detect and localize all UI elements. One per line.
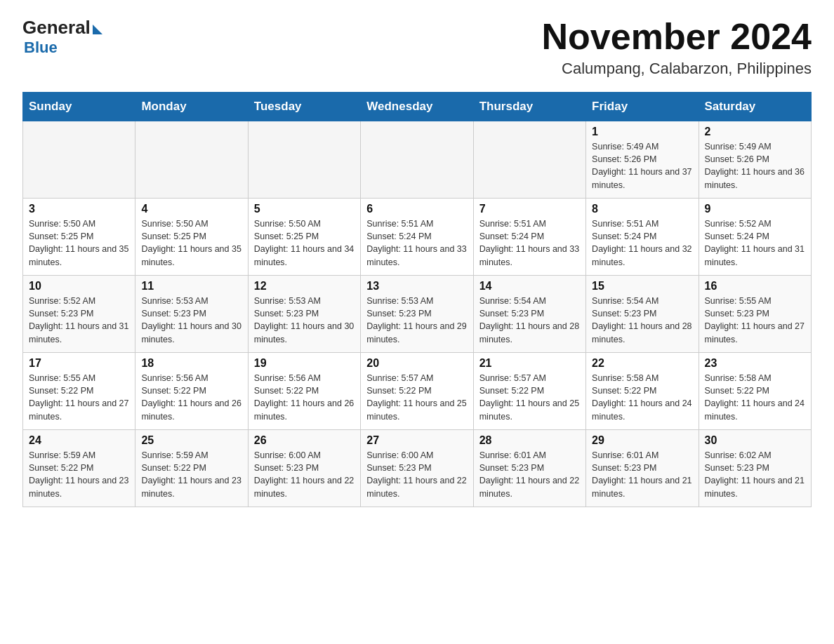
calendar-cell: 11Sunrise: 5:53 AMSunset: 5:23 PMDayligh… (135, 276, 248, 353)
day-info: Sunrise: 5:59 AMSunset: 5:22 PMDaylight:… (29, 449, 129, 500)
calendar-cell: 30Sunrise: 6:02 AMSunset: 5:23 PMDayligh… (699, 430, 811, 507)
day-number: 28 (479, 434, 580, 447)
calendar-cell: 14Sunrise: 5:54 AMSunset: 5:23 PMDayligh… (473, 276, 585, 353)
calendar-cell (361, 121, 473, 199)
day-number: 8 (592, 203, 692, 215)
day-info: Sunrise: 6:02 AMSunset: 5:23 PMDaylight:… (705, 449, 805, 500)
day-info: Sunrise: 5:51 AMSunset: 5:24 PMDaylight:… (479, 217, 580, 269)
day-number: 7 (479, 203, 580, 215)
calendar-cell: 15Sunrise: 5:54 AMSunset: 5:23 PMDayligh… (586, 276, 699, 353)
calendar-cell: 28Sunrise: 6:01 AMSunset: 5:23 PMDayligh… (473, 430, 585, 507)
calendar-cell: 22Sunrise: 5:58 AMSunset: 5:22 PMDayligh… (586, 353, 699, 430)
day-info: Sunrise: 5:58 AMSunset: 5:22 PMDaylight:… (705, 372, 805, 423)
calendar-cell: 5Sunrise: 5:50 AMSunset: 5:25 PMDaylight… (248, 199, 360, 276)
day-number: 4 (141, 203, 241, 215)
calendar-week-row: 1Sunrise: 5:49 AMSunset: 5:26 PMDaylight… (23, 121, 812, 199)
calendar-week-row: 3Sunrise: 5:50 AMSunset: 5:25 PMDaylight… (23, 199, 812, 276)
location-title: Calumpang, Calabarzon, Philippines (542, 60, 812, 78)
calendar-cell: 16Sunrise: 5:55 AMSunset: 5:23 PMDayligh… (699, 276, 811, 353)
title-block: November 2024 Calumpang, Calabarzon, Phi… (542, 17, 812, 78)
calendar-cell (23, 121, 135, 199)
calendar-header-wednesday: Wednesday (361, 93, 473, 121)
logo: General Blue (22, 17, 102, 57)
calendar-week-row: 17Sunrise: 5:55 AMSunset: 5:22 PMDayligh… (23, 353, 812, 430)
day-info: Sunrise: 5:57 AMSunset: 5:22 PMDaylight:… (366, 372, 467, 423)
day-info: Sunrise: 5:50 AMSunset: 5:25 PMDaylight:… (29, 217, 129, 269)
day-info: Sunrise: 5:51 AMSunset: 5:24 PMDaylight:… (366, 217, 467, 269)
calendar-cell: 17Sunrise: 5:55 AMSunset: 5:22 PMDayligh… (23, 353, 135, 430)
calendar-cell: 10Sunrise: 5:52 AMSunset: 5:23 PMDayligh… (23, 276, 135, 353)
day-info: Sunrise: 5:55 AMSunset: 5:23 PMDaylight:… (705, 295, 805, 346)
calendar-header-monday: Monday (135, 93, 248, 121)
calendar-header-sunday: Sunday (23, 93, 135, 121)
day-number: 3 (29, 203, 129, 215)
calendar-cell: 18Sunrise: 5:56 AMSunset: 5:22 PMDayligh… (135, 353, 248, 430)
day-info: Sunrise: 5:55 AMSunset: 5:22 PMDaylight:… (29, 372, 129, 423)
day-info: Sunrise: 6:01 AMSunset: 5:23 PMDaylight:… (592, 449, 692, 500)
day-info: Sunrise: 6:00 AMSunset: 5:23 PMDaylight:… (254, 449, 355, 500)
day-info: Sunrise: 5:49 AMSunset: 5:26 PMDaylight:… (705, 140, 805, 192)
day-info: Sunrise: 5:54 AMSunset: 5:23 PMDaylight:… (479, 295, 580, 346)
calendar-cell (135, 121, 248, 199)
calendar-cell: 2Sunrise: 5:49 AMSunset: 5:26 PMDaylight… (699, 121, 811, 199)
calendar-cell: 6Sunrise: 5:51 AMSunset: 5:24 PMDaylight… (361, 199, 473, 276)
day-number: 30 (705, 434, 805, 447)
day-info: Sunrise: 5:53 AMSunset: 5:23 PMDaylight:… (366, 295, 467, 346)
calendar-header-row: SundayMondayTuesdayWednesdayThursdayFrid… (23, 93, 812, 121)
calendar-header-tuesday: Tuesday (248, 93, 360, 121)
calendar-header-friday: Friday (586, 93, 699, 121)
calendar-cell: 9Sunrise: 5:52 AMSunset: 5:24 PMDaylight… (699, 199, 811, 276)
day-number: 20 (366, 357, 467, 370)
calendar-cell: 13Sunrise: 5:53 AMSunset: 5:23 PMDayligh… (361, 276, 473, 353)
day-number: 24 (29, 434, 129, 447)
calendar-cell: 23Sunrise: 5:58 AMSunset: 5:22 PMDayligh… (699, 353, 811, 430)
day-number: 11 (141, 280, 241, 293)
day-number: 25 (141, 434, 241, 447)
day-number: 21 (479, 357, 580, 370)
calendar-cell: 25Sunrise: 5:59 AMSunset: 5:22 PMDayligh… (135, 430, 248, 507)
day-info: Sunrise: 5:53 AMSunset: 5:23 PMDaylight:… (141, 295, 241, 346)
calendar-table: SundayMondayTuesdayWednesdayThursdayFrid… (22, 92, 812, 507)
calendar-cell: 1Sunrise: 5:49 AMSunset: 5:26 PMDaylight… (586, 121, 699, 199)
day-info: Sunrise: 5:56 AMSunset: 5:22 PMDaylight:… (141, 372, 241, 423)
day-number: 9 (705, 203, 805, 215)
day-info: Sunrise: 5:50 AMSunset: 5:25 PMDaylight:… (254, 217, 355, 269)
day-info: Sunrise: 5:59 AMSunset: 5:22 PMDaylight:… (141, 449, 241, 500)
day-info: Sunrise: 5:50 AMSunset: 5:25 PMDaylight:… (141, 217, 241, 269)
calendar-header-saturday: Saturday (699, 93, 811, 121)
day-info: Sunrise: 5:54 AMSunset: 5:23 PMDaylight:… (592, 295, 692, 346)
calendar-cell: 8Sunrise: 5:51 AMSunset: 5:24 PMDaylight… (586, 199, 699, 276)
day-info: Sunrise: 5:56 AMSunset: 5:22 PMDaylight:… (254, 372, 355, 423)
day-number: 5 (254, 203, 355, 215)
calendar-cell: 21Sunrise: 5:57 AMSunset: 5:22 PMDayligh… (473, 353, 585, 430)
day-number: 26 (254, 434, 355, 447)
calendar-cell: 19Sunrise: 5:56 AMSunset: 5:22 PMDayligh… (248, 353, 360, 430)
day-number: 22 (592, 357, 692, 370)
calendar-cell: 26Sunrise: 6:00 AMSunset: 5:23 PMDayligh… (248, 430, 360, 507)
calendar-week-row: 10Sunrise: 5:52 AMSunset: 5:23 PMDayligh… (23, 276, 812, 353)
day-info: Sunrise: 5:53 AMSunset: 5:23 PMDaylight:… (254, 295, 355, 346)
calendar-week-row: 24Sunrise: 5:59 AMSunset: 5:22 PMDayligh… (23, 430, 812, 507)
day-number: 1 (592, 126, 692, 138)
calendar-cell: 7Sunrise: 5:51 AMSunset: 5:24 PMDaylight… (473, 199, 585, 276)
day-info: Sunrise: 5:58 AMSunset: 5:22 PMDaylight:… (592, 372, 692, 423)
calendar-header-thursday: Thursday (473, 93, 585, 121)
day-info: Sunrise: 5:57 AMSunset: 5:22 PMDaylight:… (479, 372, 580, 423)
day-info: Sunrise: 5:49 AMSunset: 5:26 PMDaylight:… (592, 140, 692, 192)
logo-blue-text: Blue (22, 39, 58, 56)
day-number: 10 (29, 280, 129, 293)
day-number: 23 (705, 357, 805, 370)
day-number: 16 (705, 280, 805, 293)
day-number: 17 (29, 357, 129, 370)
day-info: Sunrise: 6:00 AMSunset: 5:23 PMDaylight:… (366, 449, 467, 500)
day-number: 29 (592, 434, 692, 447)
month-title: November 2024 (542, 17, 812, 57)
logo-triangle-icon (93, 25, 102, 34)
day-number: 13 (366, 280, 467, 293)
day-number: 15 (592, 280, 692, 293)
calendar-cell: 3Sunrise: 5:50 AMSunset: 5:25 PMDaylight… (23, 199, 135, 276)
day-number: 18 (141, 357, 241, 370)
calendar-cell (248, 121, 360, 199)
calendar-cell: 4Sunrise: 5:50 AMSunset: 5:25 PMDaylight… (135, 199, 248, 276)
day-info: Sunrise: 5:52 AMSunset: 5:23 PMDaylight:… (29, 295, 129, 346)
